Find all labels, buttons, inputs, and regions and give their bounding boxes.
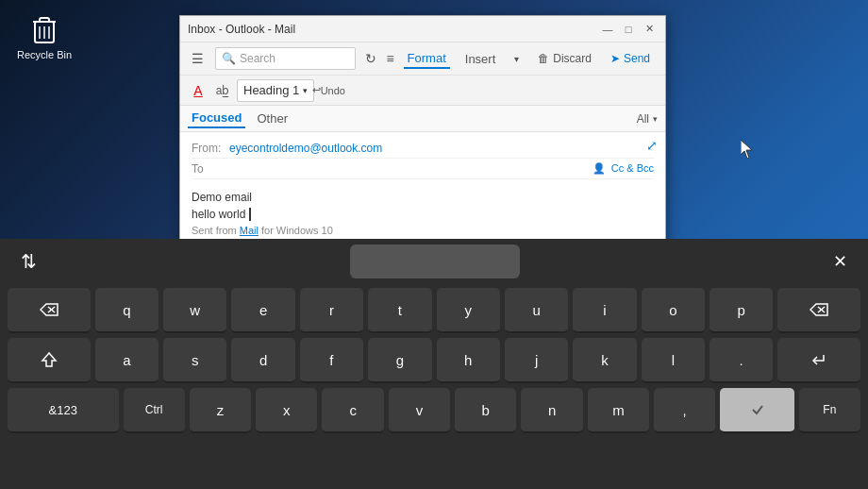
- to-field-row[interactable]: To 👤 Cc & Bcc: [192, 159, 654, 179]
- from-value: eyecontroldemo@outlook.com: [229, 142, 654, 155]
- email-body-text: hello world: [192, 208, 245, 221]
- email-signature: Sent from Mail for Windows 10: [192, 225, 654, 236]
- font-color-button[interactable]: A: [188, 80, 209, 101]
- key-e[interactable]: e: [231, 288, 294, 333]
- key-q[interactable]: q: [95, 288, 159, 333]
- key-s[interactable]: s: [163, 338, 226, 383]
- close-button[interactable]: ✕: [641, 22, 658, 37]
- heading-select[interactable]: Heading 1 ▾: [237, 79, 314, 102]
- key-w[interactable]: w: [163, 288, 226, 333]
- title-bar: Inbox - Outlook - Mail — □ ✕: [180, 16, 665, 42]
- contact-icon[interactable]: 👤: [593, 162, 606, 175]
- email-fields: From: eyecontroldemo@outlook.com To 👤 Cc…: [180, 132, 665, 185]
- key-l[interactable]: l: [642, 338, 705, 383]
- recycle-bin-icon: [25, 9, 64, 49]
- mail-link[interactable]: Mail: [240, 225, 259, 236]
- filter-label: All: [637, 112, 649, 126]
- format-toolbar: A ab̲ Heading 1 ▾ ↩ Undo: [180, 75, 665, 105]
- tab-format[interactable]: Format: [404, 49, 450, 69]
- expand-icon[interactable]: ⤢: [646, 138, 658, 153]
- keyboard-row-3: &123 Ctrl z x c v b n m , Fn: [8, 388, 860, 433]
- from-field-row: From: eyecontroldemo@outlook.com: [192, 138, 654, 159]
- discard-button[interactable]: 🗑 Discard: [530, 50, 599, 67]
- key-v[interactable]: v: [389, 388, 450, 433]
- symbols-key[interactable]: &123: [8, 388, 119, 433]
- key-h[interactable]: h: [437, 338, 500, 383]
- key-d[interactable]: d: [231, 338, 294, 383]
- maximize-button[interactable]: □: [620, 22, 637, 37]
- keyboard-row-2: a s d f g h j k l .: [8, 338, 860, 383]
- key-n[interactable]: n: [521, 388, 582, 433]
- outlook-window: Inbox - Outlook - Mail — □ ✕ ☰ 🔍 Search …: [179, 15, 666, 259]
- key-x[interactable]: x: [256, 388, 317, 433]
- key-o[interactable]: o: [642, 288, 705, 333]
- email-body: Demo email hello world Sent from Mail fo…: [180, 185, 665, 242]
- keyboard-row-1: q w e r t y u i o p: [8, 288, 860, 333]
- tab-group: Format Insert ▾: [404, 49, 524, 69]
- filter-dropdown[interactable]: All ▾: [637, 112, 658, 126]
- backspace-right-key[interactable]: [777, 288, 860, 333]
- keyboard-area: ⇅ ✕ q w e r t y u i o p: [0, 239, 868, 489]
- discard-icon: 🗑: [538, 52, 549, 65]
- send-label: Send: [624, 52, 650, 65]
- text-cursor: [245, 208, 250, 221]
- fn-key[interactable]: Fn: [799, 388, 860, 433]
- tab-other[interactable]: Other: [253, 109, 292, 128]
- enter-key[interactable]: [777, 338, 860, 383]
- send-button[interactable]: ➤ Send: [603, 50, 658, 67]
- toolbar-icons: ↻ ≡: [363, 49, 395, 68]
- backspace-left-key[interactable]: [8, 288, 91, 333]
- filter-icon[interactable]: ≡: [384, 49, 395, 68]
- key-a[interactable]: a: [95, 338, 159, 383]
- key-m[interactable]: m: [588, 388, 649, 433]
- key-i[interactable]: i: [573, 288, 636, 333]
- window-title: Inbox - Outlook - Mail: [188, 23, 295, 36]
- key-u[interactable]: u: [505, 288, 568, 333]
- keyboard-sort-icon[interactable]: ⇅: [11, 244, 46, 278]
- key-b[interactable]: b: [455, 388, 516, 433]
- recycle-bin-label: Recycle Bin: [17, 49, 72, 60]
- heading-chevron: ▾: [303, 86, 308, 95]
- send-icon: ➤: [610, 52, 620, 65]
- key-y[interactable]: y: [437, 288, 500, 333]
- undo-button[interactable]: ↩ Undo: [318, 80, 339, 101]
- key-z[interactable]: z: [190, 388, 251, 433]
- search-box[interactable]: 🔍 Search: [215, 47, 356, 70]
- hamburger-icon[interactable]: ☰: [188, 49, 208, 68]
- key-period[interactable]: .: [709, 338, 773, 383]
- discard-label: Discard: [553, 52, 592, 65]
- key-comma[interactable]: ,: [654, 388, 715, 433]
- highlighted-key[interactable]: [720, 388, 793, 433]
- tab-focused[interactable]: Focused: [188, 109, 245, 128]
- cc-bcc-label[interactable]: Cc & Bcc: [611, 162, 654, 175]
- key-p[interactable]: p: [709, 288, 773, 333]
- tab-insert[interactable]: Insert: [461, 50, 500, 68]
- heading-label: Heading 1: [243, 83, 299, 97]
- to-label: To: [192, 162, 229, 176]
- keyboard-close-button[interactable]: ✕: [824, 245, 857, 278]
- shift-key[interactable]: [8, 338, 91, 383]
- ctrl-key[interactable]: Ctrl: [124, 388, 185, 433]
- key-f[interactable]: f: [300, 338, 363, 383]
- toolbar-area: ☰ 🔍 Search ↻ ≡ Format Insert ▾ 🗑: [180, 42, 665, 106]
- tab-insert-chevron[interactable]: ▾: [510, 52, 523, 66]
- keyboard-top-bar: ⇅ ✕: [0, 239, 868, 284]
- refresh-icon[interactable]: ↻: [363, 49, 378, 68]
- key-j[interactable]: j: [505, 338, 568, 383]
- space-key-container: [46, 244, 824, 278]
- filter-chevron: ▾: [653, 114, 658, 124]
- email-content[interactable]: hello world: [192, 208, 654, 221]
- top-toolbar: ☰ 🔍 Search ↻ ≡ Format Insert ▾ 🗑: [180, 42, 665, 75]
- text-highlight-button[interactable]: ab̲: [212, 80, 233, 101]
- key-c[interactable]: c: [322, 388, 383, 433]
- email-subject: Demo email: [192, 191, 654, 204]
- minimize-button[interactable]: —: [599, 22, 616, 37]
- key-r[interactable]: r: [300, 288, 363, 333]
- key-t[interactable]: t: [368, 288, 431, 333]
- sub-toolbar: Focused Other All ▾: [180, 106, 665, 132]
- action-buttons: 🗑 Discard ➤ Send: [530, 50, 658, 67]
- space-key[interactable]: [350, 244, 520, 278]
- key-k[interactable]: k: [573, 338, 636, 383]
- recycle-bin[interactable]: Recycle Bin: [17, 9, 72, 60]
- key-g[interactable]: g: [368, 338, 431, 383]
